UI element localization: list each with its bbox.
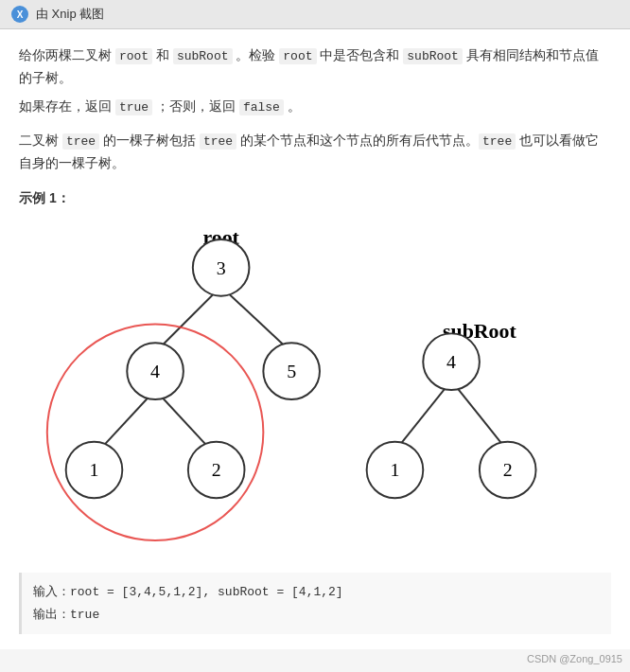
code-root: root bbox=[115, 48, 152, 64]
input-label: 输入：root = [3,4,5,1,2], subRoot = [4,1,2] bbox=[33, 585, 343, 599]
code-subroot: subRoot bbox=[173, 48, 233, 64]
example1-output: 输出：true bbox=[33, 603, 600, 626]
svg-line-1 bbox=[221, 287, 292, 353]
desc-line2: 如果存在，返回 true ；否则，返回 false 。 bbox=[19, 96, 611, 118]
example1-io: 输入：root = [3,4,5,1,2], subRoot = [4,1,2]… bbox=[19, 573, 611, 634]
node-root-2: 2 bbox=[212, 459, 221, 480]
example1-input: 输入：root = [3,4,5,1,2], subRoot = [4,1,2] bbox=[33, 580, 600, 603]
node-sub-1: 1 bbox=[390, 459, 399, 480]
tree-diagram: root 3 4 5 1 bbox=[19, 215, 611, 565]
diagram-area: root 3 4 5 1 bbox=[19, 215, 611, 565]
example1-label: 示例 1： bbox=[19, 190, 611, 207]
app-logo: X bbox=[11, 6, 28, 23]
title-bar: X 由 Xnip 截图 bbox=[0, 0, 630, 29]
title-text: 由 Xnip 截图 bbox=[36, 6, 104, 23]
footer-note: CSDN @Zong_0915 bbox=[0, 649, 630, 668]
node-sub-2: 2 bbox=[503, 459, 513, 480]
code-tree1: tree bbox=[62, 133, 99, 150]
logo-text: X bbox=[17, 9, 24, 20]
node-sub-4: 4 bbox=[446, 351, 456, 372]
output-label: 输出：true bbox=[33, 608, 99, 622]
node-root-3: 3 bbox=[217, 257, 226, 278]
problem-description: 给你两棵二叉树 root 和 subRoot 。检验 root 中是否包含和 s… bbox=[19, 44, 611, 118]
node-root-1: 1 bbox=[90, 459, 99, 480]
code-false: false bbox=[239, 99, 284, 115]
desc-line1: 给你两棵二叉树 root 和 subRoot 。检验 root 中是否包含和 s… bbox=[19, 44, 611, 90]
code-root2: root bbox=[279, 48, 316, 64]
code-subroot2: subRoot bbox=[403, 48, 463, 64]
code-true: true bbox=[115, 99, 152, 115]
node-root-5: 5 bbox=[287, 361, 296, 381]
example2-label: 示例 2 bbox=[0, 668, 630, 672]
problem-desc2: 二叉树 tree 的一棵子树包括 tree 的某个节点和这个节点的所有后代节点。… bbox=[19, 130, 611, 175]
code-tree2: tree bbox=[200, 133, 236, 150]
desc-line3: 二叉树 tree 的一棵子树包括 tree 的某个节点和这个节点的所有后代节点。… bbox=[19, 130, 611, 175]
svg-line-11 bbox=[451, 380, 508, 451]
main-content: 给你两棵二叉树 root 和 subRoot 。检验 root 中是否包含和 s… bbox=[0, 29, 630, 649]
footer-credit: CSDN @Zong_0915 bbox=[527, 653, 622, 664]
code-tree3: tree bbox=[479, 133, 516, 150]
svg-line-10 bbox=[394, 380, 451, 451]
svg-line-0 bbox=[155, 287, 221, 353]
node-root-4: 4 bbox=[150, 361, 160, 381]
